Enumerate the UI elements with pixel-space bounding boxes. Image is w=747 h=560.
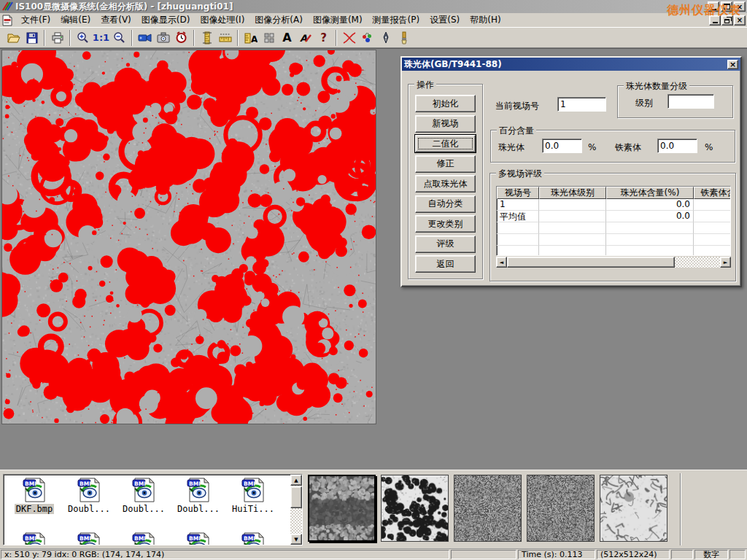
menu-image-analysis[interactable]: 图像分析(A) bbox=[249, 12, 308, 28]
menu-view[interactable]: 查看(V) bbox=[96, 12, 136, 28]
text-button[interactable]: A bbox=[278, 28, 296, 47]
change-category-button[interactable]: 更改类别 bbox=[415, 215, 476, 233]
menu-bar: 文件(F) 编辑(E) 查看(V) 图像显示(D) 图像处理(I) 图像分析(A… bbox=[0, 13, 747, 27]
measure-text-button[interactable]: A bbox=[241, 28, 260, 47]
thumbnail-2[interactable] bbox=[381, 475, 449, 542]
clock-button[interactable] bbox=[172, 28, 190, 47]
menu-settings[interactable]: 设置(S) bbox=[425, 12, 465, 28]
zoom-in-button[interactable] bbox=[74, 28, 92, 47]
pearlite-percent-input[interactable] bbox=[542, 139, 582, 153]
ferrite-percent-input[interactable] bbox=[657, 139, 697, 153]
file-item[interactable]: BMP bbox=[227, 532, 279, 545]
text-icon: A bbox=[282, 31, 291, 44]
micrograph-image[interactable] bbox=[1, 50, 376, 424]
thumbnail-4[interactable] bbox=[527, 475, 595, 542]
table-row[interactable]: 1 0.0 bbox=[497, 199, 730, 211]
scroll-down-icon[interactable]: ▼ bbox=[290, 534, 302, 545]
save-button[interactable] bbox=[23, 28, 41, 47]
col-pearlite-content[interactable]: 珠光体含量(%) bbox=[606, 187, 694, 199]
level-input[interactable] bbox=[667, 94, 714, 109]
video-camera-button[interactable] bbox=[136, 28, 154, 47]
zoom-out-button[interactable] bbox=[110, 28, 128, 47]
mdi-minimize-button[interactable] bbox=[709, 15, 721, 26]
grade-button[interactable]: 评级 bbox=[415, 236, 476, 253]
zoom-in-icon bbox=[77, 31, 89, 44]
menu-help[interactable]: 帮助(H) bbox=[465, 12, 506, 28]
file-item-doubl2[interactable]: BMP Doubl... bbox=[117, 477, 170, 514]
scrollbar-thumb[interactable] bbox=[507, 257, 675, 268]
photo-camera-button[interactable] bbox=[154, 28, 172, 47]
dialog-close-button[interactable]: × bbox=[727, 60, 738, 69]
pattern-grid-button[interactable] bbox=[260, 28, 278, 47]
file-item-huiti[interactable]: BMP HuiTi... bbox=[227, 477, 279, 514]
maximize-button[interactable] bbox=[721, 1, 732, 12]
col-ferrite-content[interactable]: 铁素体含量(%) bbox=[694, 187, 731, 199]
svg-text:BMP: BMP bbox=[25, 481, 39, 487]
mdi-close-button[interactable]: × bbox=[734, 15, 746, 26]
mdi-restore-button[interactable] bbox=[721, 15, 733, 26]
dialog-body: 操作 初始化 新视场 二值化 修正 点取珠光体 自动分类 更改类别 评级 返回 … bbox=[402, 71, 740, 284]
dialog-title-bar[interactable]: 珠光体(GB/T9441-88) × bbox=[402, 58, 740, 71]
vertical-caliper-button[interactable] bbox=[198, 28, 216, 47]
file-item[interactable]: BMP bbox=[63, 532, 115, 545]
help-button[interactable]: ? bbox=[314, 28, 333, 47]
menu-image-display[interactable]: 图像显示(D) bbox=[136, 12, 196, 28]
annotate-button[interactable]: A bbox=[296, 28, 314, 47]
horizontal-ruler-button[interactable] bbox=[216, 28, 234, 47]
scrollbar-thumb[interactable] bbox=[290, 486, 302, 508]
menu-edit[interactable]: 编辑(E) bbox=[55, 12, 96, 28]
new-field-button[interactable]: 新视场 bbox=[415, 115, 476, 133]
menu-file[interactable]: 文件(F) bbox=[16, 12, 55, 28]
scroll-right-icon[interactable]: ► bbox=[720, 257, 731, 268]
window-title: IS100显微摄像系统(金相分析版) - [zhuguangti01] bbox=[15, 1, 233, 13]
save-icon bbox=[26, 32, 38, 44]
thumbnail-1[interactable] bbox=[308, 475, 376, 542]
file-name: Doubl... bbox=[66, 504, 112, 514]
pearlite-label: 珠光体 bbox=[498, 141, 525, 154]
menu-image-measure[interactable]: 图像测量(M) bbox=[308, 12, 368, 28]
table-hscrollbar[interactable]: ◄ ► bbox=[496, 257, 731, 268]
scroll-up-icon[interactable]: ▲ bbox=[290, 475, 302, 486]
title-bar: IS100显微摄像系统(金相分析版) - [zhuguangti01] × 德州… bbox=[0, 0, 747, 13]
menu-image-processing[interactable]: 图像处理(I) bbox=[195, 12, 249, 28]
auto-classify-button[interactable]: 自动分类 bbox=[415, 195, 476, 213]
minimize-button[interactable] bbox=[708, 1, 719, 12]
file-item[interactable]: BMP bbox=[8, 532, 61, 545]
binarize-button[interactable]: 二值化 bbox=[415, 135, 476, 152]
actual-size-button[interactable]: 1:1 bbox=[92, 28, 110, 47]
file-list[interactable]: BMP DKF.bmp BMP Doubl... BMP Doubl... BM… bbox=[3, 474, 303, 545]
brush-button[interactable] bbox=[395, 28, 413, 47]
thumbnail-3[interactable] bbox=[454, 475, 522, 542]
open-button[interactable] bbox=[4, 28, 23, 47]
table-header-row: 视场号 珠光体级别 珠光体含量(%) 铁素体含量(%) bbox=[497, 187, 730, 199]
current-field-input[interactable] bbox=[557, 97, 606, 112]
close-button[interactable]: × bbox=[734, 1, 746, 12]
classify-dots-button[interactable] bbox=[358, 28, 376, 47]
file-list-vscrollbar[interactable]: ▲ ▼ bbox=[290, 475, 302, 545]
col-pearlite-level[interactable]: 珠光体级别 bbox=[539, 187, 606, 199]
print-button[interactable] bbox=[48, 28, 66, 47]
file-name: Doubl... bbox=[176, 504, 221, 514]
bmp-file-icon: BMP bbox=[131, 477, 157, 503]
scrollbar-track[interactable] bbox=[675, 257, 720, 268]
toolbar-separator bbox=[44, 30, 45, 46]
menu-measure-report[interactable]: 测量报告(P) bbox=[368, 12, 425, 28]
return-button[interactable]: 返回 bbox=[415, 255, 476, 273]
pick-pearlite-button[interactable]: 点取珠光体 bbox=[415, 175, 476, 192]
col-field-no[interactable]: 视场号 bbox=[497, 187, 539, 199]
scroll-left-icon[interactable]: ◄ bbox=[496, 257, 507, 268]
grading-table[interactable]: 视场号 珠光体级别 珠光体含量(%) 铁素体含量(%) 1 0.0 平均值 bbox=[496, 186, 731, 256]
curve-tool-button[interactable] bbox=[340, 28, 358, 47]
file-item[interactable]: BMP bbox=[117, 532, 170, 545]
thumbnail-5[interactable] bbox=[600, 475, 667, 542]
file-item-doubl1[interactable]: BMP Doubl... bbox=[63, 477, 115, 514]
correct-button[interactable]: 修正 bbox=[415, 155, 476, 173]
file-item-doubl3[interactable]: BMP Doubl... bbox=[172, 477, 225, 514]
file-item-dkf[interactable]: BMP DKF.bmp bbox=[8, 477, 61, 514]
initialize-button[interactable]: 初始化 bbox=[415, 95, 476, 112]
pen-button[interactable] bbox=[376, 28, 395, 47]
file-item[interactable]: BMP bbox=[172, 532, 225, 545]
table-row[interactable]: 平均值 0.0 bbox=[497, 211, 730, 222]
cell-pearlite: 0.0 bbox=[606, 211, 694, 222]
svg-text:A: A bbox=[251, 34, 258, 44]
